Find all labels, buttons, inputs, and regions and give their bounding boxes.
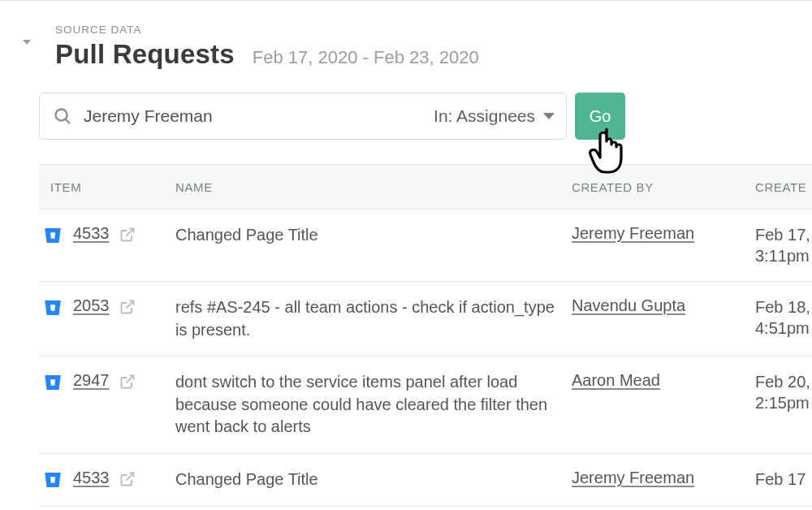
- chevron-down-icon[interactable]: [543, 113, 555, 119]
- external-link-icon[interactable]: [119, 227, 136, 243]
- search-box[interactable]: In: Assignees: [39, 93, 567, 140]
- table-row: 2947dont switch to the service items pan…: [39, 357, 812, 454]
- external-link-icon[interactable]: [119, 299, 136, 315]
- search-input[interactable]: [72, 106, 434, 126]
- search-icon: [53, 106, 72, 126]
- bitbucket-icon: [42, 298, 63, 318]
- search-filter-label[interactable]: In: Assignees: [434, 106, 543, 126]
- col-header-created-at[interactable]: CREATE: [755, 180, 812, 194]
- svg-line-2: [126, 229, 133, 236]
- created-at: Feb 18,4:51pm: [755, 296, 812, 341]
- created-at: Feb 20,2:15pm: [755, 371, 812, 439]
- svg-line-3: [126, 301, 133, 309]
- external-link-icon[interactable]: [119, 471, 136, 487]
- svg-line-1: [66, 119, 71, 124]
- table-row: 4533Changed Page TitleJeremy FreemanFeb …: [39, 454, 812, 507]
- creator-link[interactable]: Jeremy Freeman: [572, 224, 694, 242]
- svg-point-0: [56, 110, 67, 121]
- pr-name: dont switch to the service items panel a…: [175, 371, 572, 439]
- bitbucket-icon: [42, 373, 63, 392]
- pr-table: ITEM NAME CREATED BY CREATE 4533Changed …: [39, 164, 812, 507]
- bitbucket-icon: [42, 226, 63, 245]
- pr-id-link[interactable]: 2947: [73, 371, 110, 390]
- col-header-item[interactable]: ITEM: [39, 180, 175, 194]
- go-button[interactable]: Go: [575, 93, 625, 140]
- date-range: Feb 17, 2020 - Feb 23, 2020: [253, 47, 479, 68]
- creator-link[interactable]: Navendu Gupta: [572, 296, 685, 314]
- col-header-created-by[interactable]: CREATED BY: [572, 180, 755, 194]
- created-at: Feb 17: [755, 469, 812, 491]
- pr-id-link[interactable]: 4533: [73, 224, 110, 243]
- collapse-caret-icon[interactable]: [23, 40, 31, 45]
- creator-link[interactable]: Jeremy Freeman: [572, 469, 694, 486]
- pr-name: Changed Page Title: [175, 469, 572, 491]
- col-header-name[interactable]: NAME: [175, 180, 572, 194]
- bitbucket-icon: [42, 470, 63, 490]
- section-eyebrow: SOURCE DATA: [39, 24, 812, 36]
- table-row: 2053refs #AS-245 - all team actions - ch…: [39, 282, 812, 357]
- pr-name: refs #AS-245 - all team actions - check …: [175, 296, 572, 341]
- creator-link[interactable]: Aaron Mead: [572, 371, 660, 389]
- svg-line-4: [126, 376, 133, 383]
- page-title: Pull Requests: [55, 39, 235, 70]
- svg-line-5: [126, 473, 133, 480]
- table-row: 4533Changed Page TitleJeremy FreemanFeb …: [39, 210, 812, 282]
- pr-id-link[interactable]: 2053: [73, 296, 110, 315]
- pr-name: Changed Page Title: [175, 224, 572, 266]
- external-link-icon[interactable]: [119, 374, 136, 390]
- pr-id-link[interactable]: 4533: [73, 469, 110, 487]
- created-at: Feb 17,3:11pm: [755, 224, 812, 266]
- table-header: ITEM NAME CREATED BY CREATE: [39, 164, 812, 210]
